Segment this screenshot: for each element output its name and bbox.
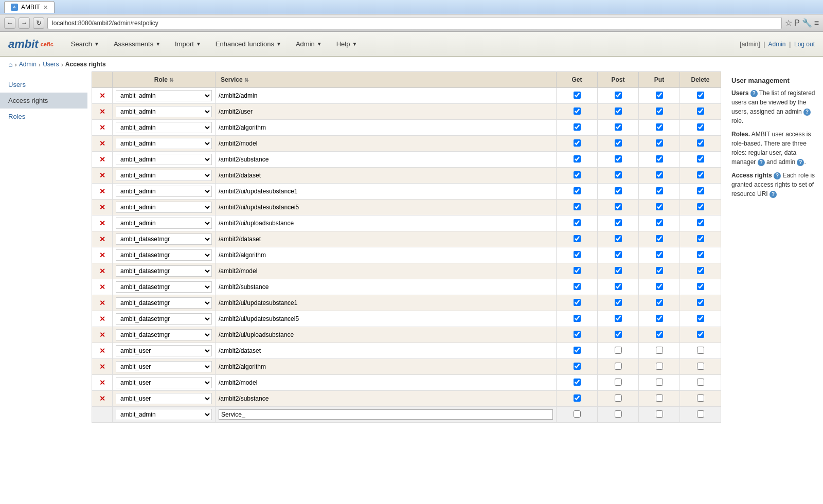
post-checkbox[interactable] xyxy=(615,315,622,322)
put-checkbox[interactable] xyxy=(656,251,663,258)
delete-row-button[interactable]: ✕ xyxy=(96,106,109,117)
extensions-icon[interactable]: 🔧 xyxy=(802,18,812,28)
nav-help[interactable]: Help ▼ xyxy=(329,36,365,52)
put-checkbox[interactable] xyxy=(656,299,663,306)
delete-checkbox[interactable] xyxy=(697,187,704,194)
put-checkbox[interactable] xyxy=(656,155,663,163)
address-bar[interactable]: localhost:8080/ambit2/admin/restpolicy xyxy=(47,17,782,29)
logout-link[interactable]: Log out xyxy=(794,41,815,48)
datamanager-help-icon[interactable]: ? xyxy=(758,159,765,166)
delete-checkbox[interactable] xyxy=(697,331,704,338)
role-select[interactable]: ambit_adminambit_datasetmgrambit_user xyxy=(116,249,212,261)
delete-checkbox[interactable] xyxy=(697,379,704,386)
delete-checkbox[interactable] xyxy=(697,410,704,418)
service-sort-icon[interactable]: ⇅ xyxy=(244,77,248,83)
breadcrumb-users-link[interactable]: Users xyxy=(43,61,59,68)
get-checkbox[interactable] xyxy=(574,347,581,354)
post-checkbox[interactable] xyxy=(615,251,622,258)
post-checkbox[interactable] xyxy=(615,123,622,131)
role-select[interactable]: ambit_adminambit_datasetmgrambit_user xyxy=(116,345,212,356)
delete-row-button[interactable]: ✕ xyxy=(96,346,109,356)
delete-checkbox[interactable] xyxy=(697,299,704,306)
delete-row-button[interactable]: ✕ xyxy=(96,314,109,324)
breadcrumb-home[interactable]: ⌂ xyxy=(8,60,12,68)
nav-admin[interactable]: Admin ▼ xyxy=(289,36,329,52)
browser-tab[interactable]: A AMBIT ✕ xyxy=(4,1,55,13)
role-select[interactable]: ambit_adminambit_datasetmgrambit_user xyxy=(116,297,212,309)
sidebar-item-roles[interactable]: Roles xyxy=(0,109,87,124)
put-checkbox[interactable] xyxy=(656,107,663,115)
delete-row-button[interactable]: ✕ xyxy=(96,234,109,244)
delete-row-button[interactable]: ✕ xyxy=(96,330,109,340)
delete-checkbox[interactable] xyxy=(697,123,704,131)
sidebar-item-access-rights[interactable]: Access rights xyxy=(0,93,87,109)
put-checkbox[interactable] xyxy=(656,267,663,274)
delete-row-button[interactable]: ✕ xyxy=(96,186,109,196)
post-checkbox[interactable] xyxy=(615,410,622,418)
get-checkbox[interactable] xyxy=(574,92,581,99)
get-checkbox[interactable] xyxy=(574,410,581,418)
get-checkbox[interactable] xyxy=(574,331,581,338)
sidebar-item-users[interactable]: Users xyxy=(0,77,87,93)
role-select[interactable]: ambit_adminambit_datasetmgrambit_user xyxy=(116,186,212,197)
access-help-icon[interactable]: ? xyxy=(774,172,781,179)
role-sort-icon[interactable]: ⇅ xyxy=(169,77,173,83)
delete-row-button[interactable]: ✕ xyxy=(96,91,109,101)
post-checkbox[interactable] xyxy=(615,219,622,226)
get-checkbox[interactable] xyxy=(574,299,581,306)
post-checkbox[interactable] xyxy=(615,299,622,306)
put-checkbox[interactable] xyxy=(656,219,663,226)
post-checkbox[interactable] xyxy=(615,92,622,99)
delete-row-button[interactable]: ✕ xyxy=(96,377,109,388)
admin2-help-icon[interactable]: ? xyxy=(797,159,804,166)
post-checkbox[interactable] xyxy=(615,379,622,386)
role-select[interactable]: ambit_adminambit_datasetmgrambit_user xyxy=(116,122,212,133)
role-select[interactable]: ambit_adminambit_datasetmgrambit_user xyxy=(116,202,212,213)
post-checkbox[interactable] xyxy=(615,267,622,274)
delete-row-button[interactable]: ✕ xyxy=(96,218,109,228)
refresh-button[interactable]: ↻ xyxy=(33,17,44,29)
post-checkbox[interactable] xyxy=(615,171,622,178)
role-select[interactable]: ambit_adminambit_datasetmgrambit_user xyxy=(116,233,212,245)
role-select[interactable]: ambit_adminambit_datasetmgrambit_user xyxy=(116,90,212,101)
put-checkbox[interactable] xyxy=(656,171,663,178)
breadcrumb-admin-link[interactable]: Admin xyxy=(19,61,37,68)
post-checkbox[interactable] xyxy=(615,203,622,210)
back-button[interactable]: ← xyxy=(4,17,15,29)
nav-search[interactable]: Search ▼ xyxy=(64,36,106,52)
role-select[interactable]: ambit_adminambit_datasetmgrambit_user xyxy=(116,218,212,229)
profile-icon[interactable]: P xyxy=(794,19,800,28)
delete-checkbox[interactable] xyxy=(697,267,704,274)
role-select[interactable]: ambit_adminambit_datasetmgrambit_user xyxy=(116,281,212,293)
delete-checkbox[interactable] xyxy=(697,347,704,354)
delete-row-button[interactable]: ✕ xyxy=(96,362,109,372)
delete-checkbox[interactable] xyxy=(697,251,704,258)
nav-enhanced-functions[interactable]: Enhanced functions ▼ xyxy=(208,36,289,52)
put-checkbox[interactable] xyxy=(656,347,663,354)
post-checkbox[interactable] xyxy=(615,283,622,290)
delete-checkbox[interactable] xyxy=(697,219,704,226)
post-checkbox[interactable] xyxy=(615,107,622,115)
post-checkbox[interactable] xyxy=(615,139,622,147)
delete-row-button[interactable]: ✕ xyxy=(96,393,109,404)
get-checkbox[interactable] xyxy=(574,155,581,163)
bookmark-icon[interactable]: ☆ xyxy=(785,18,792,28)
get-checkbox[interactable] xyxy=(574,315,581,322)
service-input[interactable] xyxy=(219,409,553,420)
delete-row-button[interactable]: ✕ xyxy=(96,170,109,181)
put-checkbox[interactable] xyxy=(656,139,663,147)
delete-row-button[interactable]: ✕ xyxy=(96,282,109,292)
delete-checkbox[interactable] xyxy=(697,171,704,178)
put-checkbox[interactable] xyxy=(656,283,663,290)
delete-row-button[interactable]: ✕ xyxy=(96,138,109,149)
put-checkbox[interactable] xyxy=(656,363,663,370)
post-checkbox[interactable] xyxy=(615,187,622,194)
get-checkbox[interactable] xyxy=(574,394,581,402)
post-checkbox[interactable] xyxy=(615,235,622,242)
role-select[interactable]: ambit_adminambit_datasetmgrambit_user xyxy=(116,377,212,388)
admin-help-icon[interactable]: ? xyxy=(803,109,811,116)
role-select[interactable]: ambit_adminambit_datasetmgrambit_user xyxy=(116,393,212,404)
put-checkbox[interactable] xyxy=(656,379,663,386)
role-select[interactable]: ambit_adminambit_datasetmgrambit_user xyxy=(116,138,212,149)
get-checkbox[interactable] xyxy=(574,139,581,147)
